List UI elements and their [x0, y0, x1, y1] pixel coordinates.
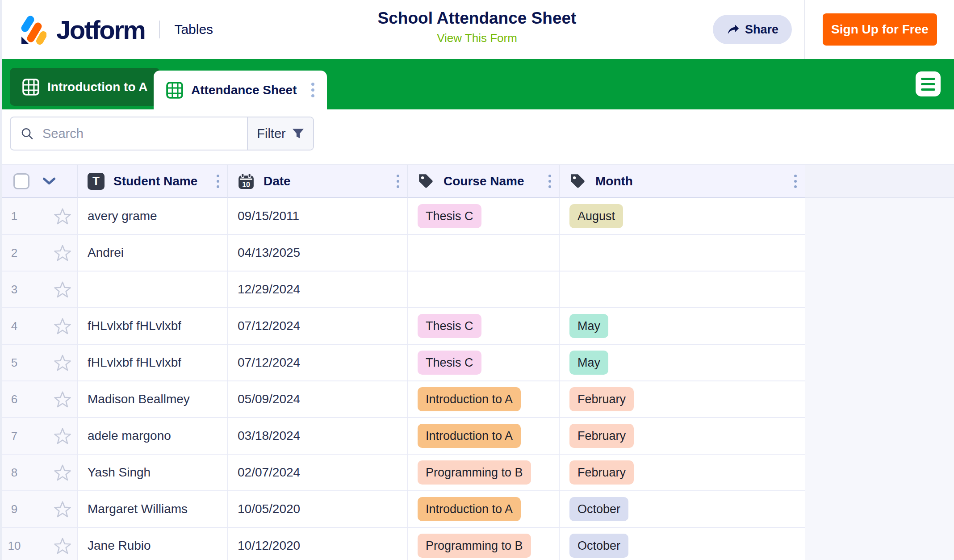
cell-course-name[interactable]: Programming to B	[408, 528, 560, 560]
cell-course-name[interactable]: Introduction to A	[408, 381, 560, 418]
search-input[interactable]	[42, 126, 247, 142]
jotform-brand[interactable]: Jotform	[18, 13, 145, 46]
row-filler	[805, 491, 954, 528]
search-box	[11, 117, 247, 150]
row-number: 4	[0, 319, 29, 333]
header-filler	[805, 165, 954, 198]
cell-month[interactable]: October	[560, 491, 805, 528]
table-toolbar: Filter	[0, 109, 954, 164]
cell-student-name-value: Andrei	[88, 246, 124, 260]
star-icon[interactable]	[54, 207, 71, 225]
cell-month[interactable]: August	[560, 198, 805, 235]
cell-date[interactable]: 12/29/2024	[228, 272, 408, 308]
table-row: 5fHLvlxbf fHLvlxbf07/12/2024Thesis CMay	[0, 345, 954, 381]
star-icon[interactable]	[54, 537, 71, 555]
column-menu-kebab-icon[interactable]	[547, 173, 553, 190]
tab-menu-kebab-icon[interactable]	[310, 81, 316, 99]
row-number: 8	[0, 466, 29, 480]
row-number: 5	[0, 356, 29, 370]
brand-name: Jotform	[56, 15, 145, 45]
cell-student-name[interactable]: Andrei	[78, 235, 228, 272]
cell-course-name[interactable]: Programming to B	[408, 455, 560, 491]
select-all-checkbox[interactable]	[13, 173, 29, 189]
column-header-student-name[interactable]: T Student Name	[78, 165, 228, 198]
sheet-menu-button[interactable]	[916, 71, 941, 96]
filter-button[interactable]: Filter	[247, 117, 313, 150]
cell-date[interactable]: 10/12/2020	[228, 528, 408, 560]
share-label: Share	[745, 23, 778, 37]
star-icon[interactable]	[54, 500, 71, 518]
star-icon[interactable]	[54, 244, 71, 262]
star-icon[interactable]	[54, 390, 71, 408]
star-icon[interactable]	[54, 280, 71, 298]
tab-attendance-sheet[interactable]: Attendance Sheet	[154, 71, 327, 109]
star-icon[interactable]	[54, 427, 71, 445]
cell-course-name[interactable]	[408, 272, 560, 308]
cell-course-name[interactable]: Thesis C	[408, 345, 560, 381]
column-menu-kebab-icon[interactable]	[215, 173, 221, 190]
svg-text:10: 10	[242, 180, 250, 188]
cell-date[interactable]: 10/05/2020	[228, 491, 408, 528]
cell-date[interactable]: 09/15/2011	[228, 198, 408, 235]
cell-course-name[interactable]: Thesis C	[408, 308, 560, 345]
badge-month: October	[569, 534, 628, 558]
cell-course-name[interactable]: Introduction to A	[408, 418, 560, 455]
cell-date[interactable]: 07/12/2024	[228, 345, 408, 381]
text-column-icon: T	[88, 173, 105, 190]
signup-button[interactable]: Sign Up for Free	[823, 13, 937, 46]
chevron-down-icon[interactable]	[43, 177, 55, 185]
cell-date-value: 04/13/2025	[238, 246, 300, 260]
row-select-cell: 3	[0, 272, 78, 308]
cell-course-name[interactable]	[408, 235, 560, 272]
column-menu-kebab-icon[interactable]	[792, 173, 799, 190]
cell-month[interactable]: February	[560, 381, 805, 418]
column-header-month[interactable]: Month	[560, 165, 805, 198]
cell-month[interactable]	[560, 235, 805, 272]
cell-date[interactable]: 03/18/2024	[228, 418, 408, 455]
cell-student-name[interactable]: adele margono	[78, 418, 228, 455]
cell-student-name[interactable]: Jane Rubio	[78, 528, 228, 560]
row-select-cell: 8	[0, 455, 78, 491]
cell-student-name[interactable]: Yash Singh	[78, 455, 228, 491]
cell-month[interactable]: October	[560, 528, 805, 560]
row-filler	[805, 418, 954, 455]
cell-student-name[interactable]: avery grame	[78, 198, 228, 235]
cell-course-name[interactable]: Introduction to A	[408, 491, 560, 528]
column-header-date[interactable]: 10 Date	[228, 165, 408, 198]
cell-month[interactable]: May	[560, 308, 805, 345]
cell-student-name[interactable]: Madison Beallmey	[78, 381, 228, 418]
star-icon[interactable]	[54, 354, 71, 372]
tag-icon	[569, 173, 586, 190]
row-number: 1	[0, 209, 29, 223]
cell-student-name[interactable]: fHLvlxbf fHLvlxbf	[78, 308, 228, 345]
badge-course: Introduction to A	[418, 387, 521, 411]
row-select-cell: 5	[0, 345, 78, 381]
column-header-course-name[interactable]: Course Name	[408, 165, 560, 198]
cell-month[interactable]: May	[560, 345, 805, 381]
cell-student-name[interactable]	[78, 272, 228, 308]
cell-date[interactable]: 05/09/2024	[228, 381, 408, 418]
row-filler	[805, 235, 954, 272]
star-icon[interactable]	[54, 317, 71, 335]
cell-course-name[interactable]: Thesis C	[408, 198, 560, 235]
share-button[interactable]: Share	[713, 15, 792, 44]
cell-month[interactable]: February	[560, 418, 805, 455]
jotform-logo-icon	[18, 13, 46, 46]
cell-month[interactable]: February	[560, 455, 805, 491]
cell-student-name[interactable]: fHLvlxbf fHLvlxbf	[78, 345, 228, 381]
cell-month[interactable]	[560, 272, 805, 308]
row-select-cell: 6	[0, 381, 78, 418]
cell-date[interactable]: 07/12/2024	[228, 308, 408, 345]
cell-date[interactable]: 02/07/2024	[228, 455, 408, 491]
star-icon[interactable]	[54, 464, 71, 481]
badge-month: February	[569, 424, 634, 448]
column-menu-kebab-icon[interactable]	[395, 173, 401, 190]
cell-date[interactable]: 04/13/2025	[228, 235, 408, 272]
cell-student-name[interactable]: Margaret Williams	[78, 491, 228, 528]
tab-introduction-to-a[interactable]: Introduction to A	[10, 68, 160, 106]
view-form-link[interactable]: View This Form	[437, 31, 517, 45]
table-row: 10Jane Rubio10/12/2020Programming to BOc…	[0, 528, 954, 560]
cell-student-name-value: avery grame	[88, 209, 157, 223]
cell-student-name-value: adele margono	[88, 429, 171, 443]
cell-student-name-value: Jane Rubio	[88, 539, 151, 553]
